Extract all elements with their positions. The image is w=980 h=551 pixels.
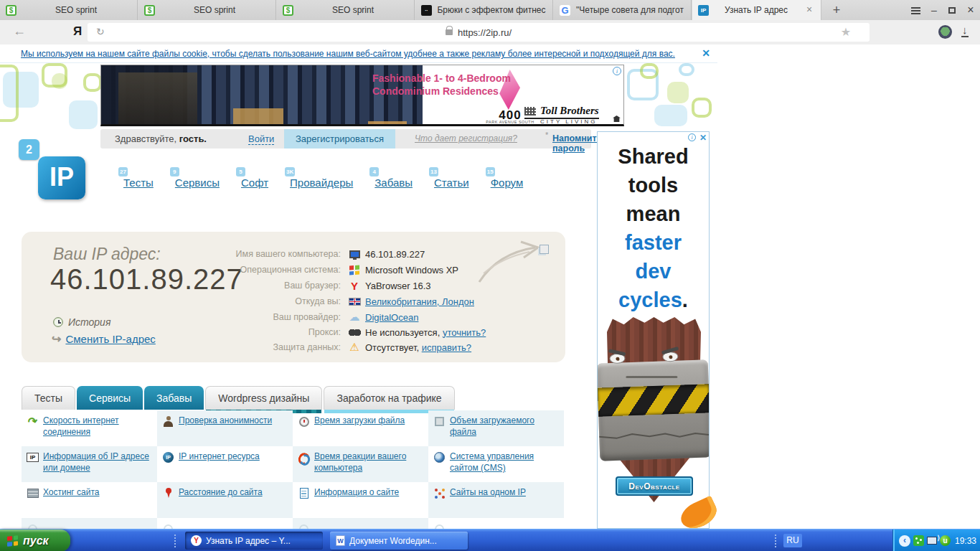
location-link[interactable]: Великобритания, Лондон [365,296,474,307]
cloud-icon: ☁ [349,311,360,324]
service-cell[interactable]: Время загрузки файла [293,410,428,446]
provider-link[interactable]: DigitalOcean [365,312,418,323]
services-grid: ↷Скорость интернет соединения Проверка а… [22,410,564,529]
stab-traffic[interactable]: Заработок на трафике [324,386,454,410]
tray-hide-icon[interactable]: ‹ [899,535,910,547]
stab-wordpress[interactable]: Wordpress дизайны [205,386,322,410]
privacy-fix-link[interactable]: исправить? [422,342,471,353]
new-tab-button[interactable]: + [826,1,847,19]
sidebar-ad[interactable]: i ✕ Shared tools mean faster dev cycles. [597,131,710,529]
clock-icon [299,417,309,427]
language-indicator[interactable]: RU [783,534,802,547]
window-restore-button[interactable] [943,3,961,17]
devobstacle-graphic: DevObstacle [603,317,705,512]
cookie-notice-text[interactable]: Мы используем на нашем сайте файлы cooki… [0,49,696,59]
service-link[interactable]: Сайты на одном IP [450,486,558,498]
word-icon: W [336,535,345,546]
service-cell[interactable]: Информация о сайте [293,482,428,518]
nav-item-soft[interactable]: 5Софт [241,176,268,189]
service-cell[interactable]: Объем загружаемого файла [428,410,564,446]
service-cell-partial [157,518,293,529]
nav-item-services[interactable]: 9Сервисы [175,176,220,189]
url-text: https://2ip.ru/ [458,27,512,38]
task-button-browser[interactable]: Y Узнать IP адрес – Y... [185,532,323,550]
service-link[interactable]: Объем загружаемого файла [450,415,558,438]
cookie-close-icon[interactable]: ✕ [702,47,710,59]
nav-item-providers[interactable]: 3KПровайдеры [290,176,353,189]
service-cell[interactable]: Сайты на одном IP [428,482,564,518]
tray-utorrent-icon[interactable]: u [940,535,951,546]
change-ip-row[interactable]: ↪ Сменить IP-адрес [52,332,156,346]
nav-item-articles[interactable]: 13Статьи [434,176,469,189]
monster-eye [662,352,678,362]
nav-item-tests[interactable]: 27Тесты [123,176,154,189]
tab-seo-sprint-2[interactable]: $ SEO sprint [138,0,276,20]
tab-2ip-active[interactable]: IP Узнать IP адрес × [692,0,821,20]
address-bar[interactable]: ↻ https://2ip.ru/ ★ [88,23,870,42]
service-cell[interactable]: Проверка анонимности [157,410,293,446]
registration-info-link[interactable]: Что дает регистрация? [415,133,517,143]
ad-headline: Shared tools mean faster dev cycles. [598,142,709,314]
informer-icon[interactable] [540,245,549,254]
ad-close-icon[interactable]: ✕ [699,133,707,143]
tab-seo-sprint-1[interactable]: $ SEO sprint [0,0,138,20]
tab-close-icon[interactable]: × [804,4,815,16]
service-link[interactable]: Время реакции вашего компьютера [314,451,423,474]
ad-info-icon[interactable]: i [688,133,696,141]
pattern-square [654,105,687,126]
service-cell-partial [22,518,157,529]
tray-app-icon[interactable] [913,535,924,546]
service-link[interactable]: IP интернет ресурса [179,451,287,462]
service-cell[interactable]: ↷Скорость интернет соединения [22,410,157,446]
start-button[interactable]: пуск [0,529,70,551]
tab-google-search[interactable]: G "Четыре совета для подгот [554,0,692,20]
back-icon[interactable]: ← [13,24,26,39]
service-cell[interactable]: Хостинг сайта [22,482,157,518]
service-cell[interactable]: IPИнформация об IP адресе или домене [22,446,157,482]
tab-bryuki[interactable]: ∙∙ Брюки с эффектом фитнес [415,0,553,20]
bookmark-star-icon[interactable]: ★ [841,25,851,39]
service-cell[interactable]: Время реакции вашего компьютера [293,446,428,482]
service-link[interactable]: Расстояние до сайта [179,486,287,498]
service-link[interactable]: Время загрузки файла [314,415,423,426]
service-cell[interactable]: Расстояние до сайта [157,482,293,518]
site-logo-ip[interactable]: IP [38,156,85,199]
globe-icon[interactable] [938,25,952,39]
nav-badge: 5 [236,167,245,176]
service-link[interactable]: Хостинг сайта [43,486,151,498]
change-ip-link[interactable]: Сменить IP-адрес [65,333,155,345]
browser-menu-icon[interactable] [907,3,924,17]
nav-item-fun[interactable]: 4Забавы [374,176,413,189]
service-link[interactable]: Проверка анонимности [179,415,287,426]
site-logo-2[interactable]: 2 [19,139,39,160]
top-ad-banner[interactable]: 400 PARK AVENUE SOUTH Fashionable 1- to … [100,65,624,126]
url-display: https://2ip.ru/ [88,23,870,42]
ad-info-icon[interactable]: i [613,67,621,75]
stab-fun[interactable]: Забавы [144,386,204,410]
stab-services[interactable]: Сервисы [77,386,143,410]
remind-password-link[interactable]: Напомнить пароль [552,133,602,154]
tab-seo-sprint-3[interactable]: $ SEO sprint [277,0,415,20]
service-link[interactable]: Информация об IP адресе или домене [43,451,151,474]
service-link[interactable]: Информация о сайте [314,486,423,498]
tab-label: SEO sprint [298,5,408,15]
login-link[interactable]: Войти [248,133,274,145]
service-cell[interactable]: IPIP интернет ресурса [157,446,293,482]
register-link[interactable]: Зарегистрироваться [284,129,395,149]
ad-brand: Toll Brothers [524,105,599,119]
service-link[interactable]: Система управления сайтом (CMS) [450,451,558,474]
stab-tests[interactable]: Тесты [22,386,75,410]
history-row[interactable]: История [53,316,110,328]
service-link[interactable]: Скорость интернет соединения [43,415,151,438]
pattern-square [83,73,102,92]
taskbar-separator [775,534,777,547]
nav-item-forum[interactable]: 15Форум [491,176,524,189]
task-button-word[interactable]: W Документ Wordедин... [330,532,468,550]
tray-network-icon[interactable] [927,537,937,545]
window-minimize-button[interactable]: – [925,3,943,17]
proxy-clarify-link[interactable]: уточнить? [443,327,486,338]
service-cell[interactable]: Система управления сайтом (CMS) [428,446,564,482]
row-value: Отсутствует, исправить? [365,342,471,353]
download-icon[interactable]: ↓ [961,24,969,37]
window-close-button[interactable]: × [962,3,979,17]
